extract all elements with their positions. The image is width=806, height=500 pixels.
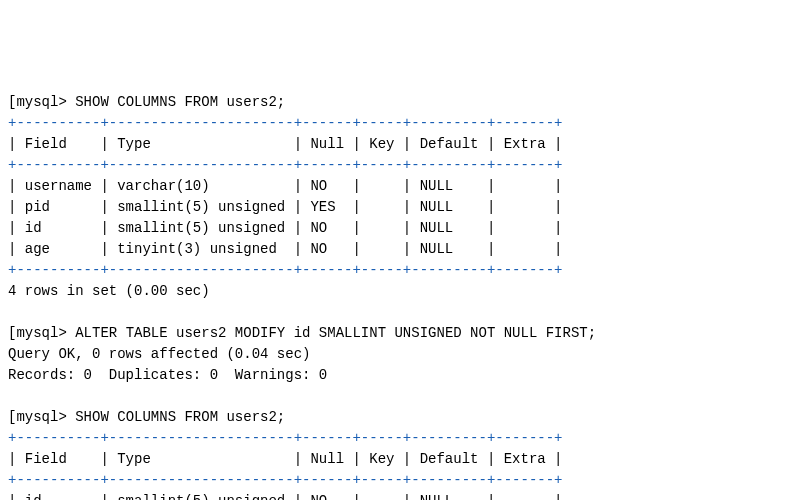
- mysql-prompt: [mysql>: [8, 409, 75, 425]
- mysql-prompt: [mysql>: [8, 325, 75, 341]
- sql-command: SHOW COLUMNS FROM users2;: [75, 94, 285, 110]
- table-body: | username | varchar(10) | NO | | NULL |…: [8, 178, 563, 257]
- table-header-row: | Field | Type | Null | Key | Default | …: [8, 136, 563, 152]
- table-separator: +----------+----------------------+-----…: [8, 157, 563, 173]
- table-separator: +----------+----------------------+-----…: [8, 472, 563, 488]
- terminal-output: [mysql> SHOW COLUMNS FROM users2; +-----…: [8, 92, 798, 500]
- table-separator: +----------+----------------------+-----…: [8, 115, 563, 131]
- query-result: Query OK, 0 rows affected (0.04 sec): [8, 346, 310, 362]
- result-footer: 4 rows in set (0.00 sec): [8, 283, 210, 299]
- table-separator: +----------+----------------------+-----…: [8, 430, 563, 446]
- table-header-row: | Field | Type | Null | Key | Default | …: [8, 451, 563, 467]
- table-separator: +----------+----------------------+-----…: [8, 262, 563, 278]
- mysql-prompt: [mysql>: [8, 94, 75, 110]
- sql-command: ALTER TABLE users2 MODIFY id SMALLINT UN…: [75, 325, 596, 341]
- sql-command: SHOW COLUMNS FROM users2;: [75, 409, 285, 425]
- table-body: | id | smallint(5) unsigned | NO | | NUL…: [8, 493, 563, 500]
- query-result: Records: 0 Duplicates: 0 Warnings: 0: [8, 367, 327, 383]
